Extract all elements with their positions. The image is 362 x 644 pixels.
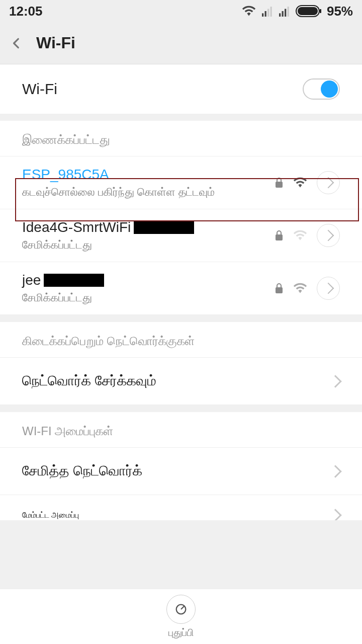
svg-rect-11	[276, 182, 283, 188]
lock-icon	[275, 177, 284, 188]
refresh-button[interactable]	[166, 595, 196, 624]
svg-line-15	[181, 606, 185, 609]
app-header: Wi-Fi	[0, 22, 362, 64]
back-button[interactable]	[10, 37, 30, 50]
chevron-right-icon	[323, 177, 334, 189]
svg-rect-13	[276, 287, 283, 293]
svg-rect-10	[320, 9, 321, 13]
network-details-button[interactable]	[317, 277, 340, 300]
svg-rect-3	[270, 7, 272, 17]
chevron-right-icon	[329, 465, 341, 477]
add-network-row[interactable]: நெட்வொர்க் சேர்க்கவும்	[0, 358, 362, 405]
svg-rect-0	[262, 13, 263, 17]
lock-icon	[275, 230, 284, 241]
redacted-text	[134, 221, 194, 234]
lock-icon	[275, 283, 284, 294]
status-right: 95%	[241, 4, 353, 19]
advanced-settings-label: மேம்பட்ட அமைப்பு	[22, 511, 79, 520]
svg-rect-6	[285, 9, 286, 17]
signal-icon	[261, 6, 274, 17]
saved-networks-label: சேமித்த நெட்வொர்க்	[22, 463, 142, 479]
signal-icon	[279, 6, 291, 17]
section-connected-header: இணைக்கப்பட்டது	[0, 121, 362, 156]
refresh-label: புதுப்பி	[168, 627, 194, 638]
wifi-signal-icon	[293, 229, 308, 242]
network-row[interactable]: Idea4G-SmrtWiFiசேமிக்கப்பட்டது	[0, 209, 362, 262]
footer: புதுப்பி	[0, 589, 362, 644]
network-details-button[interactable]	[317, 171, 340, 194]
svg-rect-4	[279, 13, 281, 17]
chevron-right-icon	[329, 509, 341, 520]
battery-percent: 95%	[327, 4, 353, 19]
network-subtitle: கடவுச்சொல்லை பகிர்ந்து கொள்ள தட்டவும்	[22, 186, 268, 199]
svg-rect-9	[298, 7, 318, 15]
redacted-text	[44, 274, 104, 287]
svg-rect-5	[282, 11, 283, 17]
chevron-right-icon	[323, 283, 334, 294]
network-name: jee	[22, 272, 268, 288]
wifi-signal-icon	[293, 177, 308, 189]
add-network-label: நெட்வொர்க் சேர்க்கவும்	[22, 373, 156, 389]
refresh-icon	[174, 602, 188, 616]
svg-rect-7	[287, 7, 289, 17]
battery-icon	[296, 5, 322, 17]
wifi-toggle[interactable]	[303, 78, 340, 100]
status-bar: 12:05 95%	[0, 0, 362, 22]
network-subtitle: சேமிக்கப்பட்டது	[22, 238, 268, 252]
network-name: Idea4G-SmrtWiFi	[22, 219, 268, 235]
svg-rect-2	[267, 9, 269, 17]
saved-networks-row[interactable]: சேமித்த நெட்வொர்க்	[0, 448, 362, 495]
network-row[interactable]: ESP_985C5Aகடவுச்சொல்லை பகிர்ந்து கொள்ள த…	[0, 156, 362, 209]
status-time: 12:05	[9, 4, 43, 19]
network-name: ESP_985C5A	[22, 167, 268, 183]
svg-rect-12	[276, 234, 283, 240]
network-row[interactable]: jeeசேமிக்கப்பட்டது	[0, 262, 362, 315]
section-available-header: கிடைக்கப்பெறும் நெட்வொர்க்குகள்	[0, 322, 362, 358]
chevron-right-icon	[329, 375, 341, 387]
network-subtitle: சேமிக்கப்பட்டது	[22, 291, 268, 304]
wifi-toggle-row[interactable]: Wi-Fi	[0, 64, 362, 114]
wifi-toggle-label: Wi-Fi	[22, 80, 57, 98]
page-title: Wi-Fi	[36, 34, 75, 52]
chevron-left-icon	[10, 37, 23, 50]
network-details-button[interactable]	[317, 224, 340, 247]
advanced-settings-row[interactable]: மேம்பட்ட அமைப்பு	[0, 495, 362, 520]
wifi-signal-icon	[293, 282, 308, 294]
section-wifi-settings-header: WI-FI அமைப்புகள்	[0, 412, 362, 448]
svg-rect-1	[264, 11, 266, 17]
wifi-icon	[241, 5, 256, 17]
chevron-right-icon	[323, 230, 334, 242]
